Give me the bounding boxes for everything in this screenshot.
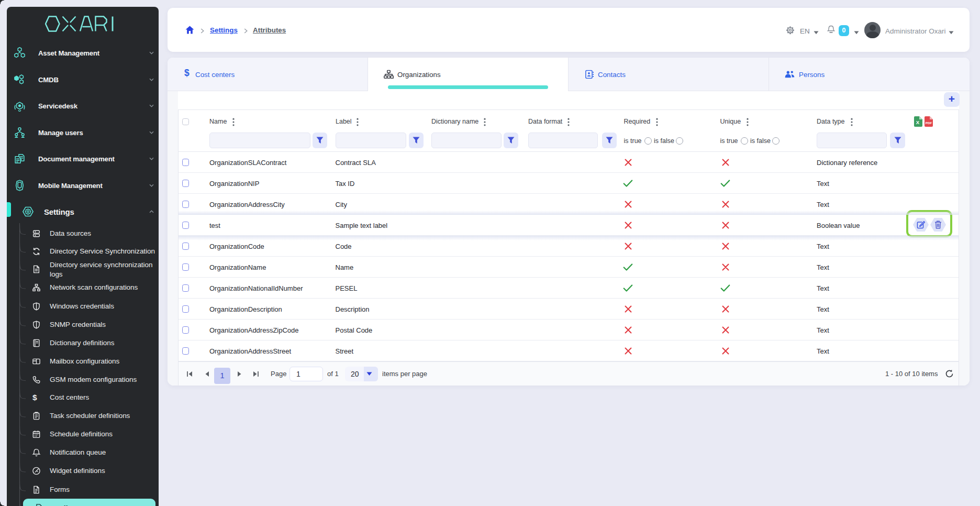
svg-text:PDF: PDF	[926, 121, 932, 125]
svg-text:X: X	[916, 119, 920, 125]
